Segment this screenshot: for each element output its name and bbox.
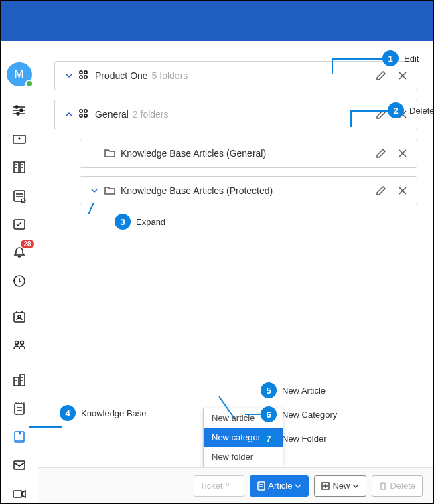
svg-rect-43	[80, 114, 82, 117]
svg-rect-19	[14, 313, 25, 322]
svg-point-23	[15, 341, 18, 345]
nav-notes-icon[interactable]	[9, 399, 30, 418]
callout-3: 3Expand	[115, 214, 165, 230]
nav-knowledge-base-icon[interactable]	[9, 428, 30, 447]
chevron-up-icon[interactable]	[63, 110, 75, 118]
dropdown-item-new-folder[interactable]: New folder	[204, 447, 283, 467]
callout-4: 4Knowledge Base	[60, 405, 147, 421]
svg-rect-41	[80, 110, 82, 112]
svg-rect-37	[80, 71, 82, 74]
callout-1: 1Edit	[382, 50, 419, 66]
callout-2: 2Delete	[388, 102, 434, 118]
svg-rect-44	[84, 114, 87, 117]
category-row[interactable]: Product One 5 folders	[54, 61, 417, 90]
chevron-down-icon[interactable]	[88, 187, 100, 195]
notifications-badge: 28	[21, 240, 33, 248]
folder-icon	[104, 185, 115, 197]
category-subtitle: 2 folders	[133, 109, 169, 120]
category-name: Product One	[95, 70, 148, 81]
nav-ticket-icon[interactable]	[9, 130, 30, 149]
header-bar	[1, 1, 433, 41]
edit-icon[interactable]	[375, 70, 387, 82]
folder-row[interactable]: Knowledge Base Articles (Protected)	[80, 176, 417, 205]
callout-6: 6New Category	[261, 406, 337, 422]
nav-company-icon[interactable]	[9, 371, 30, 390]
close-icon[interactable]	[396, 70, 409, 82]
svg-rect-42	[84, 110, 87, 112]
article-dropdown-button[interactable]: Article	[250, 475, 309, 497]
svg-point-3	[20, 109, 23, 112]
category-subtitle: 5 folders	[152, 70, 188, 81]
category-row[interactable]: General 2 folders	[54, 100, 417, 129]
svg-point-1	[15, 106, 18, 108]
avatar[interactable]: M	[7, 62, 32, 86]
callout-5: 5New Article	[261, 382, 326, 398]
nav-settings-icon[interactable]	[9, 101, 30, 120]
nav-mail-icon[interactable]	[9, 456, 30, 475]
folder-name: Knowledge Base Articles (General)	[121, 148, 266, 159]
svg-rect-30	[15, 404, 24, 414]
folder-icon	[104, 148, 115, 159]
nav-assets-icon[interactable]	[9, 158, 30, 177]
nav-team-icon[interactable]	[9, 335, 30, 355]
nav-history-icon[interactable]	[9, 272, 30, 291]
svg-point-5	[17, 112, 19, 115]
ticket-number-input[interactable]	[194, 475, 244, 497]
nav-video-icon[interactable]	[9, 485, 30, 504]
new-dropdown-button[interactable]: New	[314, 475, 366, 497]
svg-rect-36	[13, 491, 22, 497]
main-content-area: Product One 5 folders General 2 folders …	[38, 42, 433, 503]
edit-icon[interactable]	[375, 108, 387, 120]
folder-name: Knowledge Base Articles (Protected)	[121, 185, 273, 196]
close-icon[interactable]	[396, 147, 409, 159]
category-name: General	[95, 109, 129, 120]
chevron-down-icon[interactable]	[63, 72, 75, 80]
svg-rect-13	[14, 191, 25, 201]
svg-rect-39	[80, 76, 82, 78]
svg-rect-40	[84, 76, 87, 78]
nav-contacts-icon[interactable]	[9, 307, 30, 327]
edit-icon[interactable]	[375, 147, 387, 159]
edit-icon[interactable]	[375, 185, 387, 197]
svg-rect-38	[84, 71, 87, 74]
folder-row[interactable]: Knowledge Base Articles (General)	[80, 139, 417, 168]
nav-notifications-icon[interactable]: 28	[9, 244, 30, 263]
category-icon	[79, 109, 90, 120]
delete-button[interactable]: Delete	[372, 475, 423, 497]
svg-rect-25	[14, 377, 19, 386]
sidebar: M 28	[1, 42, 38, 503]
svg-point-24	[20, 341, 23, 345]
nav-tasks-icon[interactable]	[9, 215, 30, 234]
nav-report-icon[interactable]	[9, 187, 30, 206]
category-icon	[79, 70, 90, 82]
svg-rect-45	[258, 482, 265, 490]
callout-7: 7New Folder	[261, 430, 326, 446]
bottom-toolbar: Article New Delete	[38, 467, 433, 503]
close-icon[interactable]	[396, 185, 409, 197]
